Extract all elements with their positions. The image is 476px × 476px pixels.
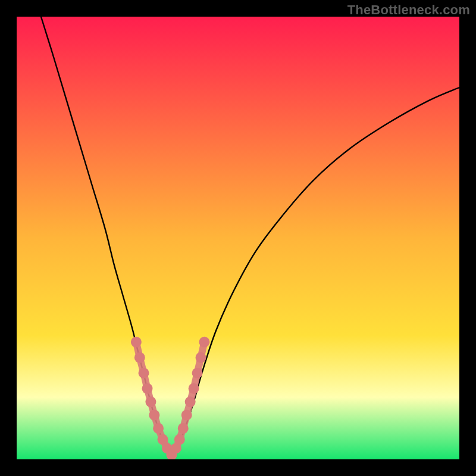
plot-area: [17, 17, 459, 459]
highlight-dot: [142, 383, 152, 394]
highlight-dot: [189, 383, 199, 394]
highlight-dot: [174, 434, 185, 445]
chart-frame: TheBottleneck.com: [0, 0, 476, 476]
highlight-dot: [178, 423, 189, 434]
highlight-dot: [131, 337, 142, 347]
chart-svg: [17, 17, 459, 459]
highlight-dot: [134, 352, 145, 363]
highlight-dot: [139, 368, 149, 378]
highlight-dot: [149, 410, 159, 421]
watermark-text: TheBottleneck.com: [347, 2, 470, 18]
highlight-dot: [192, 368, 203, 378]
gradient-background: [17, 17, 459, 459]
highlight-dot: [196, 352, 206, 363]
highlight-dot: [185, 396, 196, 407]
highlight-dot: [199, 337, 209, 347]
highlight-dot: [181, 410, 192, 421]
highlight-dot: [145, 396, 156, 407]
highlight-dot: [153, 423, 164, 434]
